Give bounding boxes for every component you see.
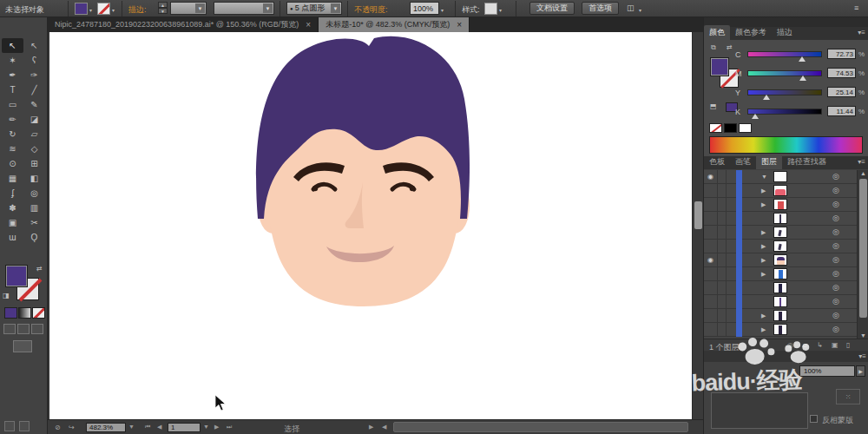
color-panel-menu-icon[interactable]: ▾≡ — [858, 29, 865, 36]
stroke-color-swatch[interactable] — [97, 3, 110, 15]
pen-tool[interactable]: ✒ — [2, 68, 23, 82]
lock-column[interactable] — [718, 240, 727, 253]
prev-artboard-icon[interactable]: ◀ — [157, 424, 161, 431]
pencil-tool[interactable]: ✏ — [2, 112, 23, 127]
transparency-opacity-arrow-icon[interactable]: ▶ — [856, 365, 865, 377]
lasso-tool[interactable]: ʕ — [23, 53, 45, 68]
selection-tool[interactable]: ↖ — [2, 38, 23, 53]
layer-thumbnail[interactable] — [773, 282, 787, 293]
zoom-tool[interactable]: Ǫ — [23, 230, 45, 245]
layer-row-6[interactable]: ▶◎ — [704, 240, 857, 253]
layer-thumbnail[interactable] — [773, 227, 787, 238]
align-dropdown-icon[interactable]: ▾ — [639, 7, 641, 13]
layers-scroll-down-icon[interactable]: ▼ — [860, 332, 866, 339]
draw-behind-mode-button[interactable] — [17, 324, 30, 334]
locate-object-icon[interactable]: ◎ — [787, 341, 793, 349]
expand-triangle-icon[interactable]: ▶ — [761, 201, 766, 208]
layer-row-2[interactable]: ▶◎ — [704, 184, 857, 198]
layer-row-9[interactable]: ◎ — [704, 281, 857, 295]
gradient-tool[interactable]: ◧ — [23, 171, 45, 186]
document-setup-button[interactable]: 文档设置 — [529, 2, 575, 15]
direct-selection-tool[interactable]: ↖ — [23, 38, 45, 53]
style-dropdown-icon[interactable]: ▾ — [499, 7, 502, 13]
layer-target-icon[interactable]: ◎ — [832, 241, 839, 250]
visibility-eye-icon[interactable] — [704, 212, 718, 225]
slice-tool[interactable]: ✂ — [23, 215, 45, 230]
artboard-number-field[interactable]: 1 — [168, 423, 201, 432]
color-mode-button[interactable] — [4, 307, 17, 319]
tab-颜色[interactable]: 颜色 — [704, 25, 730, 40]
eraser-tool[interactable]: ◪ — [23, 112, 45, 127]
transparency-mask-box[interactable]: ⁙ — [836, 389, 860, 404]
expand-triangle-icon[interactable]: ▶ — [761, 312, 766, 319]
layer-row-3[interactable]: ▶◎ — [704, 198, 857, 212]
transparency-thumbnail-box[interactable] — [711, 392, 808, 429]
layer-row-7[interactable]: ◉▶◎ — [704, 253, 857, 267]
layers-panel-menu-icon[interactable]: ▾≡ — [858, 158, 865, 166]
expand-triangle-icon[interactable]: ▶ — [761, 187, 766, 194]
lock-column[interactable] — [718, 323, 727, 336]
layer-row-10[interactable]: ◎ — [704, 295, 857, 309]
channel-slider[interactable] — [747, 51, 822, 57]
make-clip-mask-icon[interactable]: ▱ — [802, 341, 807, 349]
screen-mode-button[interactable] — [13, 340, 32, 352]
layer-row-12[interactable]: ▶◎ — [704, 323, 857, 337]
toolbar-fill-proxy[interactable] — [5, 265, 28, 287]
lock-column[interactable] — [718, 253, 727, 266]
lock-column[interactable] — [718, 184, 727, 197]
channel-slider[interactable] — [747, 70, 822, 76]
first-artboard-icon[interactable]: ⏮ — [145, 424, 150, 431]
visibility-eye-icon[interactable] — [704, 309, 718, 322]
preferences-button[interactable]: 首选项 — [582, 2, 619, 15]
channel-value-field[interactable]: 11.44 — [827, 106, 856, 116]
artboard-dropdown-icon[interactable]: ▼ — [203, 424, 209, 430]
layer-thumbnail[interactable] — [773, 310, 787, 321]
visibility-eye-icon[interactable] — [704, 226, 718, 239]
bottom-left-icon-2[interactable] — [19, 421, 30, 431]
brush-definition-combo[interactable]: ● 5 点圆形 ▼ — [286, 2, 342, 15]
opacity-dropdown-icon[interactable]: ▾ — [441, 7, 444, 13]
curvature-tool[interactable]: ✑ — [23, 68, 45, 82]
lock-column[interactable] — [718, 198, 727, 211]
layer-row-8[interactable]: ▶◎ — [704, 267, 857, 281]
layer-thumbnail[interactable] — [773, 324, 787, 335]
layer-thumbnail[interactable] — [773, 185, 787, 196]
invert-mask-checkbox[interactable] — [810, 415, 818, 423]
layers-scroll-thumb[interactable] — [859, 179, 867, 318]
layer-target-icon[interactable]: ◎ — [832, 325, 839, 333]
draw-normal-mode-button[interactable] — [3, 324, 16, 334]
channel-slider[interactable] — [747, 89, 822, 95]
canvas-vertical-scrollbar[interactable] — [692, 32, 703, 419]
lock-column[interactable] — [718, 226, 727, 239]
stroke-weight-combo[interactable]: ▼ — [170, 2, 207, 15]
lock-column[interactable] — [718, 212, 727, 225]
channel-slider-thumb[interactable] — [752, 114, 759, 119]
expand-triangle-icon[interactable]: ▼ — [761, 174, 767, 180]
eyedropper-tool[interactable]: ʄ — [2, 186, 23, 201]
channel-value-field[interactable]: 72.73 — [827, 49, 856, 59]
visibility-eye-icon[interactable] — [704, 240, 718, 253]
none-swatch[interactable] — [709, 123, 722, 133]
layer-row-4[interactable]: ◎ — [704, 212, 857, 226]
width-tool[interactable]: ≋ — [2, 141, 23, 156]
black-swatch[interactable] — [724, 123, 737, 133]
gradient-mode-button[interactable] — [18, 307, 31, 319]
stroke-weight-stepper[interactable]: ▲▼ — [158, 2, 168, 15]
swap-fill-stroke-icon[interactable]: ⇄ — [36, 265, 43, 273]
layer-row-11[interactable]: ▶◎ — [704, 309, 857, 323]
layer-target-icon[interactable]: ◎ — [832, 269, 839, 278]
status-history-icon[interactable]: ⊘ — [55, 424, 61, 431]
layer-thumbnail[interactable] — [773, 240, 787, 252]
fill-dropdown-icon[interactable]: ▾ — [89, 7, 92, 13]
expand-triangle-icon[interactable]: ▶ — [761, 326, 766, 333]
tab-close-icon[interactable]: × — [457, 20, 462, 30]
visibility-eye-icon[interactable] — [704, 281, 718, 294]
channel-value-field[interactable]: 74.53 — [827, 68, 856, 78]
canvas-horizontal-scrollbar[interactable] — [393, 422, 688, 432]
visibility-eye-icon[interactable] — [704, 295, 718, 308]
lock-column[interactable] — [718, 170, 727, 183]
tab-描边[interactable]: 描边 — [772, 25, 798, 40]
layers-scroll-up-icon[interactable]: ▲ — [860, 170, 866, 176]
layer-thumbnail[interactable] — [773, 199, 787, 210]
visibility-eye-icon[interactable] — [704, 184, 718, 197]
